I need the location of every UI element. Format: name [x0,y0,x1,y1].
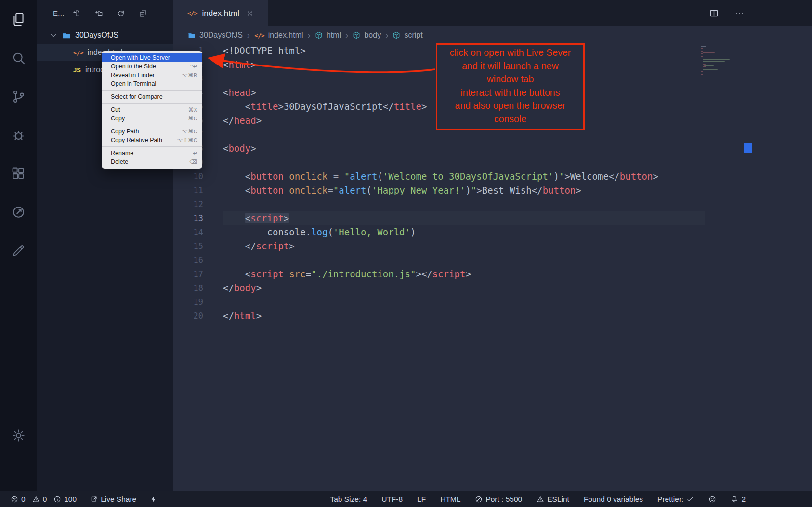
code-line-19 [223,295,705,309]
menu-item-copy-path[interactable]: Copy Path⌥⌘C [102,127,202,136]
code-line-8: <body> [223,142,705,156]
close-icon[interactable] [246,10,254,17]
menu-item-shortcut: ⌫ [190,158,197,165]
status-variables[interactable]: Found 0 variables [584,495,643,504]
menu-separator [102,146,202,147]
menu-item-label: Reveal in Finder [111,72,155,78]
new-file-icon[interactable] [72,9,81,18]
explorer-header: E... [37,0,173,26]
minimap[interactable] [701,46,743,75]
breadcrumb-item-index-html[interactable]: </>index.html [254,31,303,39]
status-warnings[interactable]: 0 [32,495,47,504]
annotation-line: click on open with Live Sever [437,46,583,60]
folder-icon [188,31,196,39]
breadcrumb-item-script[interactable]: script [393,31,422,39]
status-encoding[interactable]: UTF-8 [381,495,403,504]
menu-item-reveal-in-finder[interactable]: Reveal in Finder⌥⌘R [102,71,202,79]
status-label: Found 0 variables [584,495,643,504]
status-tab-size[interactable]: Tab Size: 4 [330,495,367,504]
status-feedback[interactable] [708,495,716,503]
menu-item-select-for-compare[interactable]: Select for Compare [102,92,202,101]
breadcrumb-item-html[interactable]: html [315,31,341,39]
breadcrumb-item-30daysofjs[interactable]: 30DaysOfJS [188,31,243,39]
menu-item-shortcut: ⌥⌘C [182,128,197,135]
status-eslint[interactable]: ESLint [537,495,569,504]
collapse-all-icon[interactable] [139,9,147,18]
annotation-line: console [437,113,583,126]
menu-item-shortcut: ⌥⇧⌘C [177,137,197,143]
pen-icon[interactable] [0,231,37,270]
status-live-share[interactable]: Live Share [90,495,136,504]
line-number: 18 [173,281,203,295]
new-folder-icon[interactable] [94,9,103,18]
js-file-icon: JS [73,66,81,74]
status-prettier[interactable]: Prettier: [657,495,694,504]
status-label: Port : 5500 [485,495,522,504]
html-file-icon: </> [73,49,83,56]
split-editor-icon[interactable] [709,8,719,18]
gear-icon[interactable] [0,416,37,455]
tab-index-html[interactable]: </> index.html [173,0,268,26]
symbol-icon [315,31,323,39]
menu-item-label: Delete [111,158,128,165]
menu-item-rename[interactable]: Rename↩ [102,149,202,157]
menu-item-delete[interactable]: Delete⌫ [102,157,202,166]
refresh-icon[interactable] [117,9,125,18]
status-label: HTML [440,495,460,504]
breadcrumb-item-body[interactable]: body [353,31,381,39]
menu-item-shortcut: ⌘X [188,106,197,113]
status-language[interactable]: HTML [440,495,460,504]
status-label: Live Share [101,495,136,504]
source-control-icon[interactable] [0,77,37,116]
debug-icon[interactable] [0,116,37,154]
editor-actions [709,8,812,18]
info-icon [53,495,61,503]
menu-item-open-to-the-side[interactable]: Open to the Side^↩ [102,62,202,71]
smiley-icon [708,495,716,503]
annotation-line: window tab [437,73,583,86]
status-lightning[interactable] [150,495,157,503]
chevron-right-icon: › [247,30,250,40]
files-icon[interactable] [0,0,37,39]
breadcrumb-label: 30DaysOfJS [199,31,243,39]
chevron-right-icon: › [308,30,311,40]
tab-bar: </> index.html [173,0,812,26]
code-line-18: </body> [223,281,705,295]
code-line-16 [223,253,705,267]
code-line-9 [223,156,705,169]
status-notifications[interactable]: 2 [731,495,746,504]
code-line-13: <script> [223,211,705,225]
line-number: 16 [173,253,203,267]
scrollbar-thumb[interactable] [744,143,752,153]
line-number: 12 [173,197,203,211]
folder-icon [62,31,71,39]
search-icon[interactable] [0,39,37,77]
breadcrumb-label: body [364,31,381,39]
menu-item-copy[interactable]: Copy⌘C [102,114,202,123]
extensions-icon[interactable] [0,154,37,193]
more-actions-icon[interactable] [734,8,745,18]
menu-item-open-in-terminal[interactable]: Open in Terminal [102,79,202,88]
context-menu: Open with Live ServerOpen to the Side^↩R… [102,51,202,169]
code-line-15: </script> [223,239,705,253]
status-errors[interactable]: 0 [11,495,26,504]
code-line-12 [223,197,705,211]
html-file-icon: </> [254,32,264,39]
breadcrumb-label: script [404,31,422,39]
menu-item-copy-relative-path[interactable]: Copy Relative Path⌥⇧⌘C [102,136,202,144]
menu-item-open-with-live-server[interactable]: Open with Live Server [102,53,202,62]
status-port[interactable]: Port : 5500 [475,495,522,504]
activity-bar [0,0,37,491]
menu-item-cut[interactable]: Cut⌘X [102,105,202,114]
status-label: Tab Size: 4 [330,495,367,504]
menu-item-label: Select for Compare [111,93,163,100]
tree-item-30daysofjs[interactable]: 30DaysOfJS [37,26,173,44]
port-icon [475,495,483,503]
warning-icon [32,495,40,503]
breadcrumb-label: index.html [268,31,303,39]
bell-icon [731,495,738,503]
history-icon[interactable] [0,193,37,231]
status-info[interactable]: 100 [53,495,77,504]
line-number: 15 [173,239,203,253]
status-eol[interactable]: LF [417,495,426,504]
